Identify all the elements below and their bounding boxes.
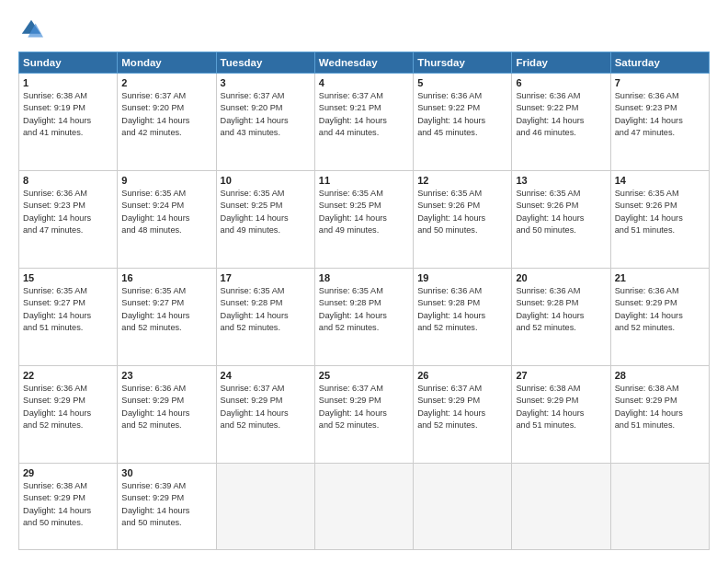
calendar-week-row: 22Sunrise: 6:36 AMSunset: 9:29 PMDayligh… xyxy=(19,366,710,464)
logo xyxy=(18,17,48,42)
cell-info: Sunrise: 6:39 AMSunset: 9:29 PMDaylight:… xyxy=(121,480,211,529)
day-number: 26 xyxy=(417,370,507,381)
calendar-week-row: 8Sunrise: 6:36 AMSunset: 9:23 PMDaylight… xyxy=(19,171,710,269)
day-number: 30 xyxy=(121,467,211,478)
cell-info: Sunrise: 6:36 AMSunset: 9:28 PMDaylight:… xyxy=(417,285,507,334)
calendar-cell: 3Sunrise: 6:37 AMSunset: 9:20 PMDaylight… xyxy=(216,74,314,171)
page: SundayMondayTuesdayWednesdayThursdayFrid… xyxy=(0,0,728,563)
day-number: 11 xyxy=(319,175,409,186)
logo-icon xyxy=(18,17,44,42)
cell-info: Sunrise: 6:36 AMSunset: 9:22 PMDaylight:… xyxy=(417,90,507,139)
calendar-week-row: 15Sunrise: 6:35 AMSunset: 9:27 PMDayligh… xyxy=(19,269,710,366)
cell-info: Sunrise: 6:38 AMSunset: 9:29 PMDaylight:… xyxy=(615,383,705,431)
calendar-cell: 21Sunrise: 6:36 AMSunset: 9:29 PMDayligh… xyxy=(610,269,709,366)
cell-info: Sunrise: 6:35 AMSunset: 9:28 PMDaylight:… xyxy=(319,285,409,334)
day-number: 8 xyxy=(23,175,113,186)
column-header-wednesday: Wednesday xyxy=(314,52,413,74)
calendar-cell: 30Sunrise: 6:39 AMSunset: 9:29 PMDayligh… xyxy=(118,464,216,550)
cell-info: Sunrise: 6:35 AMSunset: 9:24 PMDaylight:… xyxy=(121,188,211,236)
calendar-cell: 23Sunrise: 6:36 AMSunset: 9:29 PMDayligh… xyxy=(118,366,216,464)
day-number: 25 xyxy=(319,370,409,381)
day-number: 24 xyxy=(221,370,311,381)
calendar-cell: 4Sunrise: 6:37 AMSunset: 9:21 PMDaylight… xyxy=(314,74,413,171)
cell-info: Sunrise: 6:35 AMSunset: 9:27 PMDaylight:… xyxy=(121,285,211,334)
cell-info: Sunrise: 6:35 AMSunset: 9:26 PMDaylight:… xyxy=(615,188,705,236)
calendar-cell: 15Sunrise: 6:35 AMSunset: 9:27 PMDayligh… xyxy=(19,269,118,366)
calendar-cell xyxy=(414,464,512,550)
cell-info: Sunrise: 6:35 AMSunset: 9:25 PMDaylight:… xyxy=(319,188,409,236)
cell-info: Sunrise: 6:36 AMSunset: 9:29 PMDaylight:… xyxy=(23,383,113,431)
calendar-cell xyxy=(610,464,709,550)
calendar-cell: 29Sunrise: 6:38 AMSunset: 9:29 PMDayligh… xyxy=(19,464,118,550)
calendar-cell: 11Sunrise: 6:35 AMSunset: 9:25 PMDayligh… xyxy=(314,171,413,269)
cell-info: Sunrise: 6:37 AMSunset: 9:20 PMDaylight:… xyxy=(221,90,311,139)
day-number: 5 xyxy=(417,77,507,88)
calendar-cell: 1Sunrise: 6:38 AMSunset: 9:19 PMDaylight… xyxy=(19,74,118,171)
day-number: 16 xyxy=(121,272,211,283)
cell-info: Sunrise: 6:35 AMSunset: 9:26 PMDaylight:… xyxy=(417,188,507,236)
cell-info: Sunrise: 6:35 AMSunset: 9:25 PMDaylight:… xyxy=(221,188,311,236)
day-number: 3 xyxy=(221,77,311,88)
cell-info: Sunrise: 6:38 AMSunset: 9:19 PMDaylight:… xyxy=(23,90,113,139)
day-number: 29 xyxy=(23,467,113,478)
cell-info: Sunrise: 6:37 AMSunset: 9:29 PMDaylight:… xyxy=(319,383,409,431)
calendar-cell: 13Sunrise: 6:35 AMSunset: 9:26 PMDayligh… xyxy=(512,171,610,269)
calendar-cell: 18Sunrise: 6:35 AMSunset: 9:28 PMDayligh… xyxy=(314,269,413,366)
cell-info: Sunrise: 6:36 AMSunset: 9:23 PMDaylight:… xyxy=(23,188,113,236)
cell-info: Sunrise: 6:36 AMSunset: 9:29 PMDaylight:… xyxy=(121,383,211,431)
cell-info: Sunrise: 6:38 AMSunset: 9:29 PMDaylight:… xyxy=(23,480,113,529)
calendar-cell: 9Sunrise: 6:35 AMSunset: 9:24 PMDaylight… xyxy=(118,171,216,269)
calendar-cell: 22Sunrise: 6:36 AMSunset: 9:29 PMDayligh… xyxy=(19,366,118,464)
calendar-cell: 25Sunrise: 6:37 AMSunset: 9:29 PMDayligh… xyxy=(314,366,413,464)
day-number: 1 xyxy=(23,77,113,88)
day-number: 28 xyxy=(615,370,705,381)
day-number: 13 xyxy=(516,175,606,186)
cell-info: Sunrise: 6:35 AMSunset: 9:26 PMDaylight:… xyxy=(516,188,606,236)
day-number: 12 xyxy=(417,175,507,186)
day-number: 6 xyxy=(516,77,606,88)
column-header-sunday: Sunday xyxy=(19,52,118,74)
cell-info: Sunrise: 6:37 AMSunset: 9:20 PMDaylight:… xyxy=(121,90,211,139)
cell-info: Sunrise: 6:37 AMSunset: 9:21 PMDaylight:… xyxy=(319,90,409,139)
day-number: 7 xyxy=(615,77,705,88)
cell-info: Sunrise: 6:35 AMSunset: 9:28 PMDaylight:… xyxy=(221,285,311,334)
day-number: 18 xyxy=(319,272,409,283)
calendar-cell: 8Sunrise: 6:36 AMSunset: 9:23 PMDaylight… xyxy=(19,171,118,269)
day-number: 15 xyxy=(23,272,113,283)
day-number: 4 xyxy=(319,77,409,88)
calendar-header-row: SundayMondayTuesdayWednesdayThursdayFrid… xyxy=(19,52,710,74)
calendar-week-row: 29Sunrise: 6:38 AMSunset: 9:29 PMDayligh… xyxy=(19,464,710,550)
calendar-cell: 24Sunrise: 6:37 AMSunset: 9:29 PMDayligh… xyxy=(216,366,314,464)
calendar-cell: 26Sunrise: 6:37 AMSunset: 9:29 PMDayligh… xyxy=(414,366,512,464)
day-number: 14 xyxy=(615,175,705,186)
day-number: 22 xyxy=(23,370,113,381)
column-header-tuesday: Tuesday xyxy=(216,52,314,74)
calendar-week-row: 1Sunrise: 6:38 AMSunset: 9:19 PMDaylight… xyxy=(19,74,710,171)
day-number: 9 xyxy=(121,175,211,186)
day-number: 20 xyxy=(516,272,606,283)
cell-info: Sunrise: 6:37 AMSunset: 9:29 PMDaylight:… xyxy=(417,383,507,431)
calendar-cell: 10Sunrise: 6:35 AMSunset: 9:25 PMDayligh… xyxy=(216,171,314,269)
day-number: 23 xyxy=(121,370,211,381)
calendar-cell: 28Sunrise: 6:38 AMSunset: 9:29 PMDayligh… xyxy=(610,366,709,464)
calendar-cell xyxy=(512,464,610,550)
calendar-cell: 20Sunrise: 6:36 AMSunset: 9:28 PMDayligh… xyxy=(512,269,610,366)
column-header-saturday: Saturday xyxy=(610,52,709,74)
calendar-cell: 14Sunrise: 6:35 AMSunset: 9:26 PMDayligh… xyxy=(610,171,709,269)
calendar-cell: 6Sunrise: 6:36 AMSunset: 9:22 PMDaylight… xyxy=(512,74,610,171)
cell-info: Sunrise: 6:35 AMSunset: 9:27 PMDaylight:… xyxy=(23,285,113,334)
calendar-cell: 7Sunrise: 6:36 AMSunset: 9:23 PMDaylight… xyxy=(610,74,709,171)
day-number: 10 xyxy=(221,175,311,186)
cell-info: Sunrise: 6:36 AMSunset: 9:29 PMDaylight:… xyxy=(615,285,705,334)
calendar-cell: 16Sunrise: 6:35 AMSunset: 9:27 PMDayligh… xyxy=(118,269,216,366)
day-number: 2 xyxy=(121,77,211,88)
calendar-cell: 27Sunrise: 6:38 AMSunset: 9:29 PMDayligh… xyxy=(512,366,610,464)
calendar-cell xyxy=(216,464,314,550)
column-header-friday: Friday xyxy=(512,52,610,74)
column-header-thursday: Thursday xyxy=(414,52,512,74)
calendar-cell: 5Sunrise: 6:36 AMSunset: 9:22 PMDaylight… xyxy=(414,74,512,171)
calendar-cell: 2Sunrise: 6:37 AMSunset: 9:20 PMDaylight… xyxy=(118,74,216,171)
header xyxy=(18,17,710,42)
calendar-table: SundayMondayTuesdayWednesdayThursdayFrid… xyxy=(18,52,710,550)
cell-info: Sunrise: 6:36 AMSunset: 9:22 PMDaylight:… xyxy=(516,90,606,139)
